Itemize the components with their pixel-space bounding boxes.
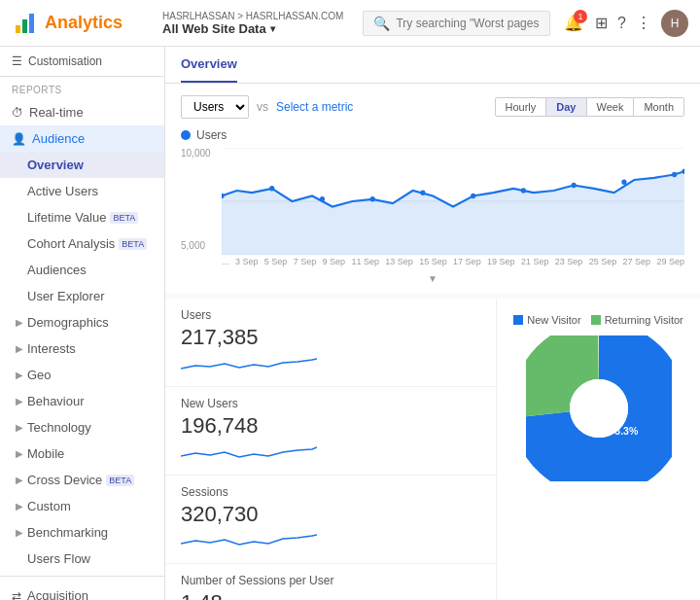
geo-chevron-icon: ▶: [16, 370, 23, 380]
sidebar-item-audiences[interactable]: Audiences: [0, 257, 164, 283]
stat-item-sessions-per-user: Number of Sessions per User 1.48: [165, 564, 496, 600]
sidebar-item-realtime[interactable]: ⏱ Real-time: [0, 99, 164, 125]
sidebar-item-acquisition[interactable]: ⇄ Acquisition: [0, 581, 164, 600]
realtime-icon: ⏱: [12, 106, 23, 120]
chart-svg-area: [222, 148, 684, 255]
sidebar-customisation-label: Customisation: [28, 54, 102, 68]
pie-legend: New Visitor Returning Visitor: [513, 314, 683, 326]
time-btn-hourly[interactable]: Hourly: [496, 98, 547, 116]
returning-visitor-label: Returning Visitor: [605, 314, 683, 326]
y-label-high: 10,000: [181, 148, 222, 159]
search-input[interactable]: [396, 17, 540, 30]
svg-point-9: [370, 196, 375, 202]
stat-sessions-per-user-value: 1.48: [181, 590, 480, 600]
svg-text:26.7%: 26.7%: [570, 402, 599, 413]
cross-device-beta-badge: BETA: [106, 475, 134, 486]
sidebar-item-audience[interactable]: 👤 Audience: [0, 125, 164, 152]
sidebar-cross-device-label: Cross Device: [27, 473, 102, 487]
help-icon[interactable]: ?: [617, 15, 626, 32]
technology-chevron-icon: ▶: [16, 422, 23, 433]
svg-point-10: [420, 190, 425, 195]
property-selector[interactable]: All Web Site Data ▾: [162, 21, 343, 36]
search-bar[interactable]: 🔍: [363, 11, 550, 36]
more-icon[interactable]: ⋮: [636, 14, 651, 32]
sidebar-item-users-flow[interactable]: Users Flow: [0, 546, 164, 572]
select-metric-link[interactable]: Select a metric: [276, 100, 353, 114]
vs-text: vs: [257, 100, 268, 114]
pie-chart-section: New Visitor Returning Visitor: [496, 299, 700, 600]
sidebar-active-users-label: Active Users: [27, 184, 98, 198]
svg-point-12: [521, 188, 526, 194]
stat-sessions-sparkline: [181, 531, 317, 550]
account-path: HASRLHASSAN > HASRLHASSAN.COM: [162, 11, 343, 21]
sidebar-item-technology[interactable]: ▶ Technology: [0, 414, 164, 441]
benchmarking-chevron-icon: ▶: [16, 527, 23, 538]
x-label-0: ...: [222, 257, 229, 266]
time-btn-day[interactable]: Day: [546, 98, 586, 116]
stat-new-users-value: 196,748: [181, 413, 480, 439]
mobile-chevron-icon: ▶: [16, 448, 23, 459]
time-btn-month[interactable]: Month: [634, 98, 683, 116]
search-icon: 🔍: [373, 16, 390, 31]
sidebar-item-active-users[interactable]: Active Users: [0, 178, 164, 204]
app-title: Analytics: [45, 13, 122, 33]
sidebar-item-demographics[interactable]: ▶ Demographics: [0, 309, 164, 335]
sidebar-technology-label: Technology: [27, 420, 91, 435]
metric-selector[interactable]: Users: [181, 95, 249, 119]
sidebar-item-custom[interactable]: ▶ Custom: [0, 493, 164, 519]
new-visitor-dot: [513, 315, 523, 325]
sidebar-behaviour-label: Behaviour: [27, 394, 85, 408]
sidebar-item-mobile[interactable]: ▶ Mobile: [0, 441, 164, 467]
sidebar-demographics-label: Demographics: [27, 315, 109, 330]
sidebar-item-interests[interactable]: ▶ Interests: [0, 335, 164, 362]
sidebar-item-geo[interactable]: ▶ Geo: [0, 362, 164, 388]
users-legend-label: Users: [196, 128, 227, 142]
returning-visitor-dot: [591, 315, 601, 325]
cohort-beta-badge: BETA: [119, 238, 147, 250]
x-label-1: 3 Sep: [235, 257, 259, 266]
stat-item-new-users: New Users 196,748: [165, 387, 496, 476]
chart-legend: Users: [181, 128, 684, 142]
sidebar-realtime-label: Real-time: [29, 105, 84, 120]
x-label-6: 13 Sep: [385, 257, 413, 266]
behaviour-chevron-icon: ▶: [16, 396, 23, 406]
property-chevron-icon: ▾: [270, 23, 275, 34]
y-axis: 10,000 5,000: [181, 148, 222, 255]
x-label-3: 7 Sep: [294, 257, 317, 266]
sidebar-geo-label: Geo: [27, 368, 52, 382]
stats-pie-row: Users 217,385 New Users 196,748 Se: [165, 299, 700, 600]
x-label-2: 5 Sep: [264, 257, 288, 266]
users-legend-dot: [181, 130, 191, 140]
stats-grid: Users 217,385 New Users 196,748 Se: [165, 299, 496, 600]
apps-icon[interactable]: ⊞: [595, 14, 608, 32]
sidebar-item-behaviour[interactable]: ▶ Behaviour: [0, 388, 164, 414]
sidebar-item-cross-device[interactable]: ▶ Cross Device BETA: [0, 467, 164, 493]
sidebar-item-lifetime-value[interactable]: Lifetime Value BETA: [0, 204, 164, 230]
avatar[interactable]: H: [661, 10, 688, 37]
notification-icon[interactable]: 🔔 1: [562, 12, 585, 35]
pie-chart-svg: 26.7% 73.3%: [526, 335, 672, 481]
x-axis-labels: ... 3 Sep 5 Sep 7 Sep 9 Sep 11 Sep 13 Se…: [222, 257, 684, 266]
time-btn-week[interactable]: Week: [587, 98, 635, 116]
demographics-chevron-icon: ▶: [16, 317, 23, 328]
svg-point-15: [672, 172, 677, 178]
svg-rect-1: [22, 19, 27, 33]
sidebar-item-benchmarking[interactable]: ▶ Benchmarking: [0, 519, 164, 546]
svg-rect-0: [16, 25, 20, 33]
sidebar-overview-label: Overview: [27, 158, 84, 172]
sidebar-item-customisation[interactable]: ☰ Customisation: [0, 47, 164, 76]
acquisition-icon: ⇄: [12, 589, 21, 601]
tab-overview[interactable]: Overview: [181, 47, 237, 83]
expand-chart-icon[interactable]: ▼: [428, 273, 438, 284]
x-label-13: 27 Sep: [623, 257, 651, 266]
sidebar-item-user-explorer[interactable]: User Explorer: [0, 283, 164, 309]
customisation-icon: ☰: [12, 54, 22, 68]
stat-item-sessions: Sessions 320,730: [165, 476, 496, 564]
x-label-11: 23 Sep: [555, 257, 583, 266]
sidebar: ☰ Customisation REPORTS ⏱ Real-time 👤 Au…: [0, 47, 165, 600]
x-label-10: 21 Sep: [521, 257, 549, 266]
line-chart: 10,000 5,000: [181, 148, 684, 255]
svg-point-14: [621, 179, 626, 185]
sidebar-item-overview[interactable]: Overview: [0, 152, 164, 178]
sidebar-item-cohort-analysis[interactable]: Cohort Analysis BETA: [0, 230, 164, 257]
